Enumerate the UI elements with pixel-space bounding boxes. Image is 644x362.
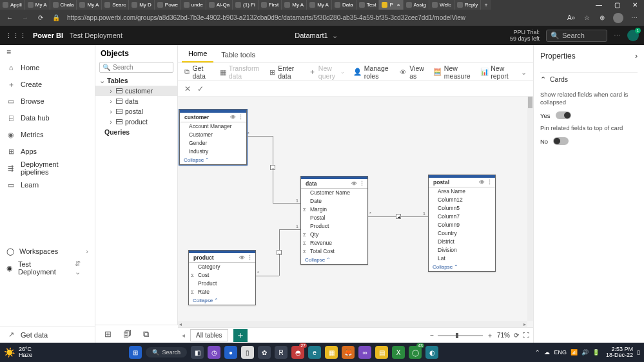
sidebar-current-workspace[interactable]: ◉Test Deployment⇵ ⌄ xyxy=(0,260,95,276)
eye-icon[interactable]: 👁 xyxy=(239,254,245,261)
canvas-vertical-scrollbar[interactable] xyxy=(527,97,533,321)
window-minimize-button[interactable]: — xyxy=(590,0,608,10)
browser-tab[interactable]: My A xyxy=(77,0,102,10)
field[interactable]: Qty xyxy=(301,231,367,239)
zoom-slider[interactable] xyxy=(438,335,483,336)
browser-tab[interactable]: Powe xyxy=(155,0,181,10)
field[interactable]: Column7 xyxy=(429,213,495,221)
tray-expand-icon[interactable]: ⌃ xyxy=(535,349,540,356)
taskbar-app[interactable]: ● xyxy=(224,346,237,359)
browser-tab[interactable]: Searc xyxy=(102,0,129,10)
system-tray[interactable]: ⌃ ☁ ENG 📶 🔊 🔋 2:53 PM18-Dec-22 ▯ xyxy=(535,347,640,358)
relationship-handle[interactable]: ⌄ xyxy=(277,250,282,255)
report-view-icon[interactable]: 🗐 xyxy=(123,329,132,339)
browser-tab[interactable]: First xyxy=(259,0,282,10)
new-tab-button[interactable]: ＋ xyxy=(481,0,491,10)
zoom-in-button[interactable]: ＋ xyxy=(487,331,493,340)
sidebar-item-learn[interactable]: ▭Learn xyxy=(0,176,95,193)
sidebar-item-create[interactable]: ＋Create xyxy=(0,76,95,93)
ribbon-measure[interactable]: 🧮New measure xyxy=(434,64,471,80)
field[interactable]: Postal xyxy=(301,214,367,222)
weather-widget[interactable]: 26°CHaze xyxy=(19,347,32,358)
tab-tabletools[interactable]: Table tools xyxy=(215,47,262,62)
all-tables-chip[interactable]: All tables xyxy=(190,329,228,341)
user-avatar[interactable] xyxy=(627,30,639,41)
tab-home[interactable]: Home xyxy=(182,46,213,62)
weather-icon[interactable]: ☀️ xyxy=(4,347,15,357)
field[interactable]: Rate xyxy=(189,288,255,296)
taskbar-app[interactable]: ◐ xyxy=(425,346,438,359)
browser-tab[interactable]: (1) Fi xyxy=(233,0,259,10)
more-icon[interactable]: ⋯ xyxy=(630,14,639,21)
sidebar-item-datahub[interactable]: ⌸Data hub xyxy=(0,110,95,126)
taskbar-app[interactable]: 🦊 xyxy=(342,346,355,359)
url-field[interactable]: https://app.powerbi.com/groups/a8d362bd-… xyxy=(67,14,560,21)
ribbon-viewas[interactable]: 👁View as xyxy=(400,64,425,80)
more-icon[interactable]: ⋮ xyxy=(238,114,244,120)
field[interactable]: Gender xyxy=(180,139,246,148)
forward-icon[interactable]: → xyxy=(21,14,30,21)
more-icon[interactable]: ⋮ xyxy=(359,180,365,187)
model-view-icon[interactable]: ⧉ xyxy=(143,329,149,339)
collapse-link[interactable]: Collapse ⌃ xyxy=(301,256,367,264)
field[interactable]: Area Name xyxy=(429,187,495,196)
browser-tab[interactable]: My A xyxy=(25,0,50,10)
collapse-link[interactable]: Collapse ⌃ xyxy=(180,156,246,164)
window-maximize-button[interactable]: ▢ xyxy=(608,0,626,10)
field[interactable]: District xyxy=(429,238,495,246)
taskbar-app[interactable]: ∞ xyxy=(358,346,371,359)
favorite-icon[interactable]: ☆ xyxy=(582,14,591,21)
cards-section-header[interactable]: ⌃Cards xyxy=(540,72,638,86)
field[interactable]: Date xyxy=(301,197,367,205)
relationship-handle[interactable]: ◂ xyxy=(396,214,401,219)
taskbar-app[interactable]: ▯ xyxy=(241,346,254,359)
refresh-icon[interactable]: ⟳ xyxy=(36,14,45,21)
fullscreen-icon[interactable]: ⛶ xyxy=(523,332,529,339)
eye-icon[interactable]: 👁 xyxy=(230,114,236,120)
field[interactable]: Product xyxy=(301,222,367,231)
sidebar-item-metrics[interactable]: ◉Metrics xyxy=(0,126,95,143)
battery-icon[interactable]: 🔋 xyxy=(592,349,600,356)
fit-icon[interactable]: ⟳ xyxy=(514,332,519,339)
field[interactable]: Country xyxy=(429,229,495,238)
field[interactable]: Industry xyxy=(180,148,246,156)
sidebar-item-home[interactable]: ⌂Home xyxy=(0,59,95,76)
table-card-product[interactable]: product👁⋮ Category Cost Product Rate Col… xyxy=(188,250,256,305)
more-options-icon[interactable]: ⋯ xyxy=(614,32,621,40)
app-launcher-icon[interactable]: ⋮⋮⋮ xyxy=(5,32,26,40)
field[interactable]: Revenue xyxy=(301,239,367,247)
language-indicator[interactable]: ENG xyxy=(554,349,567,356)
ribbon-getdata[interactable]: ⧉Get data xyxy=(184,64,211,80)
sidebar-getdata[interactable]: ↗Get data xyxy=(0,326,95,343)
browser-tab[interactable]: Welc xyxy=(429,0,454,10)
ribbon-overflow-icon[interactable]: ⌄ xyxy=(521,68,527,76)
objects-search-input[interactable]: 🔍Search xyxy=(99,62,173,73)
back-icon[interactable]: ← xyxy=(5,14,14,21)
sidebar-workspaces[interactable]: ◯Workspaces› xyxy=(0,243,95,260)
header-search-input[interactable]: 🔍 Search xyxy=(546,30,607,42)
relationship-handle[interactable]: ⌄ xyxy=(270,165,275,170)
datamart-name[interactable]: Datamart1 xyxy=(295,32,327,39)
browser-tab[interactable]: unde xyxy=(181,0,206,10)
table-node-postal[interactable]: ›postal xyxy=(95,106,177,117)
volume-icon[interactable]: 🔊 xyxy=(581,349,589,356)
browser-tab[interactable]: Reply xyxy=(454,0,481,10)
grid-view-icon[interactable]: ⊞ xyxy=(104,329,112,339)
read-aloud-icon[interactable]: A» xyxy=(567,14,576,21)
browser-tab[interactable]: Appli xyxy=(0,0,25,10)
eye-icon[interactable]: 👁 xyxy=(479,179,485,186)
taskbar-app[interactable]: e xyxy=(308,346,321,359)
start-button[interactable]: ⊞ xyxy=(129,346,142,359)
field[interactable]: Category xyxy=(189,263,255,271)
ribbon-enterdata[interactable]: ⊞Enter data xyxy=(269,64,300,80)
toggle-pinfields[interactable] xyxy=(553,137,569,145)
taskview-icon[interactable]: ◧ xyxy=(191,346,204,359)
browser-tab[interactable]: Assig xyxy=(404,0,430,10)
table-node-product[interactable]: ›product xyxy=(95,117,177,127)
canvas-horizontal-scrollbar[interactable]: ◂▸ xyxy=(178,321,527,327)
sidebar-item-browse[interactable]: ▭Browse xyxy=(0,93,95,110)
taskbar-app[interactable]: ◓27 xyxy=(291,346,304,359)
table-card-data[interactable]: data👁⋮ Customer Name Date Margin Postal … xyxy=(300,176,368,265)
taskbar-app[interactable]: ▤ xyxy=(375,346,388,359)
browser-tab[interactable]: My A xyxy=(282,0,307,10)
